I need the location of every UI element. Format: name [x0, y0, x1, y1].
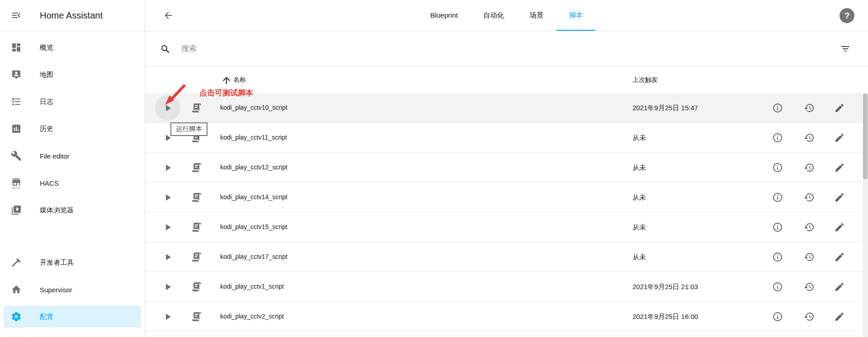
sidebar-item-file-editor[interactable]: File editor: [0, 142, 145, 169]
script-table-rows: kodi_play_cctv10_script 2021年9月25日 15:47…: [145, 93, 863, 332]
trace-icon[interactable]: [804, 252, 815, 262]
edit-icon[interactable]: [834, 132, 845, 143]
sidebar-nav-top: 概览地图日志历史File editorHACSHACS媒体浏览器: [0, 31, 145, 224]
trace-icon[interactable]: [804, 281, 815, 292]
sidebar-item-label: 日志: [40, 98, 53, 106]
tab-scene[interactable]: 场景: [517, 0, 556, 31]
sidebar-item-label: 开发者工具: [40, 258, 74, 267]
edit-icon[interactable]: [834, 103, 845, 113]
edit-icon[interactable]: [834, 162, 845, 173]
edit-icon[interactable]: [834, 311, 845, 322]
app-title: Home Assistant: [40, 10, 103, 21]
tab-bar: Blueprint自动化场景脚本: [145, 0, 868, 31]
sidebar-item-hacs[interactable]: HACSHACS: [0, 169, 145, 197]
last-triggered-value: 从未: [632, 223, 646, 232]
sidebar-item-supervisor[interactable]: Supervisor: [0, 276, 145, 303]
last-triggered-value: 从未: [632, 164, 646, 172]
information-icon[interactable]: [772, 103, 783, 113]
home-assistant-icon: [11, 284, 22, 295]
sidebar-item-label: 历史: [40, 125, 53, 133]
column-header-name[interactable]: 名称: [233, 76, 246, 84]
last-triggered-value: 2021年9月25日 21:03: [632, 283, 698, 291]
play-icon[interactable]: [162, 162, 173, 173]
script-name[interactable]: kodi_play_cctv14_script: [220, 193, 288, 201]
toolbar: Blueprint自动化场景脚本 ?: [145, 0, 868, 31]
play-icon[interactable]: [162, 252, 173, 262]
map-account-icon: [11, 69, 22, 80]
table-row: kodi_play_cctv1_script 2021年9月25日 21:03: [145, 272, 863, 302]
scrollbar-thumb[interactable]: [863, 94, 868, 179]
search-input[interactable]: [181, 31, 724, 66]
script-icon: [191, 252, 202, 262]
script-name[interactable]: kodi_play_cctv11_script: [220, 134, 287, 141]
table-row: kodi_play_cctv17_script 从未: [145, 242, 863, 272]
sort-arrow-up-icon[interactable]: [221, 75, 230, 84]
sidebar-item-label: Supervisor: [40, 286, 72, 294]
filter-icon[interactable]: [840, 43, 851, 54]
edit-icon[interactable]: [834, 252, 845, 262]
tab-automation[interactable]: 自动化: [471, 0, 517, 31]
trace-icon[interactable]: [804, 162, 815, 173]
annotation-arrow-icon: [159, 80, 191, 108]
sidebar-item-media-browser[interactable]: 媒体浏览器: [0, 197, 145, 224]
sidebar-item-map[interactable]: 地图: [0, 61, 145, 88]
trace-icon[interactable]: [804, 103, 815, 113]
script-icon: [191, 103, 202, 113]
trace-icon[interactable]: [804, 222, 815, 233]
last-triggered-value: 2021年9月25日 15:47: [632, 104, 698, 112]
last-triggered-value: 2021年9月25日 16:00: [632, 313, 698, 321]
sidebar-item-history[interactable]: 历史: [0, 115, 145, 142]
edit-icon[interactable]: [834, 281, 845, 292]
sidebar-item-label: File editor: [40, 152, 70, 160]
play-icon[interactable]: [162, 311, 173, 322]
tab-blueprint[interactable]: Blueprint: [418, 0, 471, 31]
information-icon[interactable]: [772, 311, 783, 322]
sidebar-item-logbook[interactable]: 日志: [0, 88, 145, 115]
table-row: kodi_play_cctv2_script 2021年9月25日 16:00: [145, 302, 863, 332]
list-bulleted-icon: [11, 96, 22, 107]
annotation-text: 点击可测试脚本: [199, 88, 253, 98]
help-button[interactable]: ?: [840, 8, 854, 23]
information-icon[interactable]: [772, 252, 783, 262]
information-icon[interactable]: [772, 192, 783, 203]
information-icon[interactable]: [772, 162, 783, 173]
sidebar-item-overview[interactable]: 概览: [0, 34, 145, 61]
menu-open-icon[interactable]: [11, 10, 22, 21]
last-triggered-value: 从未: [632, 253, 646, 262]
script-name[interactable]: kodi_play_cctv10_script: [220, 104, 288, 111]
information-icon[interactable]: [772, 222, 783, 233]
script-name[interactable]: kodi_play_cctv17_script: [220, 253, 288, 260]
hacs-icon-caption: HACS: [12, 187, 21, 189]
dashboard-icon: [11, 42, 22, 53]
table-row: kodi_play_cctv15_script 从未: [145, 212, 863, 242]
trace-icon[interactable]: [804, 132, 815, 143]
trace-icon[interactable]: [804, 192, 815, 203]
information-icon[interactable]: [772, 132, 783, 143]
trace-icon[interactable]: [804, 311, 815, 322]
play-icon[interactable]: [162, 281, 173, 292]
sidebar-item-label: 概览: [40, 43, 53, 52]
script-name[interactable]: kodi_play_cctv15_script: [220, 223, 288, 230]
play-icon[interactable]: [162, 222, 173, 233]
sidebar-item-developer-tools[interactable]: 开发者工具: [0, 249, 145, 276]
home-assistant-screen: Home Assistant 概览地图日志历史File editorHACSHA…: [0, 0, 868, 337]
sidebar-item-label: HACS: [40, 179, 59, 187]
script-name[interactable]: kodi_play_cctv12_script: [220, 164, 288, 171]
script-name[interactable]: kodi_play_cctv1_script: [220, 283, 284, 290]
information-icon[interactable]: [772, 281, 783, 292]
tab-script[interactable]: 脚本: [556, 0, 595, 31]
store-icon: HACS: [11, 177, 22, 189]
last-triggered-value: 从未: [632, 134, 646, 142]
edit-icon[interactable]: [834, 222, 845, 233]
script-icon: [191, 192, 202, 203]
sidebar-item-configuration[interactable]: 配置: [4, 306, 141, 328]
scrollbar-track[interactable]: [863, 93, 868, 337]
play-icon[interactable]: [162, 192, 173, 203]
main-panel: Blueprint自动化场景脚本 ? 名称 上次触发 kodi_play_cct…: [145, 0, 868, 337]
sidebar: Home Assistant 概览地图日志历史File editorHACSHA…: [0, 0, 145, 337]
script-icon: [191, 281, 202, 292]
edit-icon[interactable]: [834, 192, 845, 203]
script-name[interactable]: kodi_play_cctv2_script: [220, 313, 284, 320]
wrench-icon: [11, 150, 22, 161]
last-triggered-value: 从未: [632, 193, 646, 202]
